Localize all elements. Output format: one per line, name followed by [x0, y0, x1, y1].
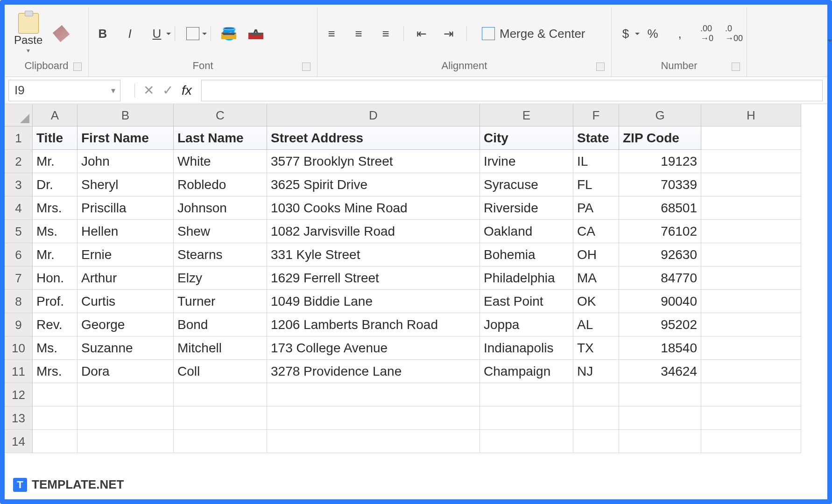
cell[interactable]: ZIP Code	[619, 126, 701, 150]
cell[interactable]: Champaign	[480, 360, 573, 383]
cell[interactable]: Philadelphia	[480, 266, 573, 290]
percent-button[interactable]: %	[643, 25, 662, 42]
cell[interactable]	[701, 383, 801, 406]
row-header[interactable]: 9	[5, 313, 33, 336]
column-header[interactable]: A	[33, 104, 78, 126]
cell[interactable]	[701, 243, 801, 266]
cell[interactable]: Coll	[174, 360, 267, 383]
bold-button[interactable]: B	[93, 25, 112, 42]
row-header[interactable]: 4	[5, 196, 33, 220]
cell[interactable]: Syracuse	[480, 173, 573, 196]
cell[interactable]: 68501	[619, 196, 701, 220]
cell[interactable]: Turner	[174, 290, 267, 313]
cell[interactable]: Johnson	[174, 196, 267, 220]
cell[interactable]: East Point	[480, 290, 573, 313]
cell[interactable]: Stearns	[174, 243, 267, 266]
increase-indent-button[interactable]: ⇥	[439, 25, 458, 42]
italic-button[interactable]: I	[120, 25, 139, 42]
currency-button[interactable]: $	[616, 25, 635, 42]
row-header[interactable]: 5	[5, 220, 33, 243]
cell[interactable]: First Name	[78, 126, 174, 150]
cell[interactable]	[619, 430, 701, 453]
merge-center-button[interactable]: Merge & Center	[475, 24, 592, 44]
cell[interactable]	[619, 383, 701, 406]
cell[interactable]	[701, 173, 801, 196]
column-header[interactable]: H	[701, 104, 801, 126]
align-right-button[interactable]: ≡	[376, 25, 395, 42]
cell[interactable]: 1206 Lamberts Branch Road	[267, 313, 480, 336]
cell[interactable]: Oakland	[480, 220, 573, 243]
cell[interactable]: Suzanne	[78, 336, 174, 360]
row-header[interactable]: 1	[5, 126, 33, 150]
cell[interactable]	[267, 430, 480, 453]
cell[interactable]: Priscilla	[78, 196, 174, 220]
cell[interactable]	[573, 430, 619, 453]
cell[interactable]	[701, 126, 801, 150]
cell[interactable]: Dora	[78, 360, 174, 383]
cell[interactable]: Irvine	[480, 150, 573, 173]
cell[interactable]: OK	[573, 290, 619, 313]
font-color-button[interactable]: A	[247, 25, 265, 42]
cell[interactable]: MA	[573, 266, 619, 290]
cell[interactable]	[701, 266, 801, 290]
cell[interactable]: Curtis	[78, 290, 174, 313]
row-header[interactable]: 13	[5, 406, 33, 430]
paste-button[interactable]: Paste ▾	[9, 11, 47, 56]
cell[interactable]: White	[174, 150, 267, 173]
cell[interactable]: Prof.	[33, 290, 78, 313]
cell[interactable]: 34624	[619, 360, 701, 383]
cell[interactable]	[701, 336, 801, 360]
cell[interactable]: 18540	[619, 336, 701, 360]
cell[interactable]: CA	[573, 220, 619, 243]
cell[interactable]: Ms.	[33, 220, 78, 243]
cell[interactable]: Rev.	[33, 313, 78, 336]
cell[interactable]: 1030 Cooks Mine Road	[267, 196, 480, 220]
dialog-launcher-number[interactable]	[732, 63, 740, 71]
cell[interactable]: Ms.	[33, 336, 78, 360]
dialog-launcher-alignment[interactable]	[596, 63, 605, 71]
row-header[interactable]: 6	[5, 243, 33, 266]
cell[interactable]	[33, 383, 78, 406]
select-all-corner[interactable]	[5, 104, 33, 126]
row-header[interactable]: 8	[5, 290, 33, 313]
cell[interactable]: Indianapolis	[480, 336, 573, 360]
row-header[interactable]: 12	[5, 383, 33, 406]
cell[interactable]: State	[573, 126, 619, 150]
cell[interactable]	[701, 406, 801, 430]
cell[interactable]	[573, 406, 619, 430]
cell[interactable]: 70339	[619, 173, 701, 196]
borders-button[interactable]	[183, 25, 202, 42]
cell[interactable]: John	[78, 150, 174, 173]
row-header[interactable]: 7	[5, 266, 33, 290]
row-header[interactable]: 2	[5, 150, 33, 173]
dialog-launcher-clipboard[interactable]	[73, 63, 82, 71]
cell[interactable]	[480, 430, 573, 453]
cell[interactable]: NJ	[573, 360, 619, 383]
cell[interactable]	[619, 406, 701, 430]
cell[interactable]: Bond	[174, 313, 267, 336]
column-header[interactable]: B	[78, 104, 174, 126]
format-painter-button[interactable]	[52, 25, 71, 42]
cell[interactable]: 95202	[619, 313, 701, 336]
cell[interactable]: George	[78, 313, 174, 336]
cell[interactable]: Hon.	[33, 266, 78, 290]
cell[interactable]: OH	[573, 243, 619, 266]
cell[interactable]	[701, 360, 801, 383]
column-header[interactable]: D	[267, 104, 480, 126]
cell[interactable]: Arthur	[78, 266, 174, 290]
cell[interactable]: 173 College Avenue	[267, 336, 480, 360]
cell[interactable]: 1082 Jarvisville Road	[267, 220, 480, 243]
cell[interactable]: Mrs.	[33, 360, 78, 383]
cell[interactable]: Last Name	[174, 126, 267, 150]
cell[interactable]: IL	[573, 150, 619, 173]
cell[interactable]: Ernie	[78, 243, 174, 266]
cell[interactable]: Shew	[174, 220, 267, 243]
name-box[interactable]: I9	[8, 80, 120, 101]
align-left-button[interactable]: ≡	[322, 25, 341, 42]
formula-bar[interactable]	[201, 80, 823, 101]
cell[interactable]: Elzy	[174, 266, 267, 290]
fx-button[interactable]: fx	[182, 83, 192, 98]
cell[interactable]: Title	[33, 126, 78, 150]
cell[interactable]	[701, 430, 801, 453]
cell[interactable]: 331 Kyle Street	[267, 243, 480, 266]
